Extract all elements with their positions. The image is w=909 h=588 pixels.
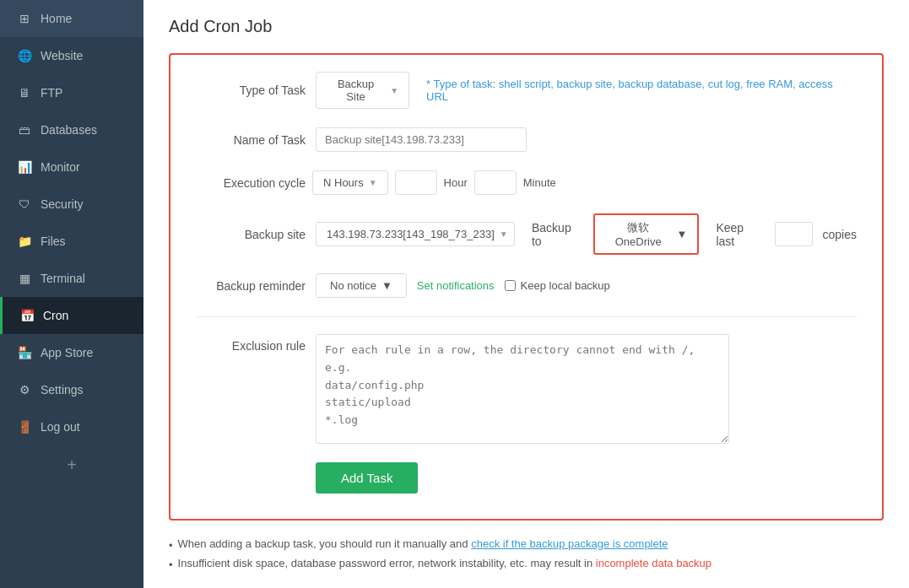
add-button[interactable]: + [0, 445, 143, 485]
sidebar-item-appstore[interactable]: 🏪 App Store [0, 334, 143, 371]
note-2: • Insufficient disk space, database pass… [169, 557, 884, 571]
no-notice-value: No notice [330, 279, 376, 292]
sidebar-item-home[interactable]: ⊞ Home [0, 0, 143, 37]
security-icon: 🛡 [17, 197, 32, 212]
execution-cycle-row: Execution cycle N Hours ▼ 3 Hour 30 Minu… [196, 170, 857, 195]
logout-icon: 🚪 [17, 419, 32, 434]
no-notice-select[interactable]: No notice ▼ [316, 273, 407, 298]
sidebar-item-cron[interactable]: 📅 Cron [0, 297, 143, 334]
sidebar-item-label: Terminal [41, 272, 85, 285]
sidebar-item-monitor[interactable]: 📊 Monitor [0, 148, 143, 186]
note-1: • When adding a backup task, you should … [169, 537, 884, 552]
set-notifications-link[interactable]: Set notifications [417, 279, 495, 292]
keep-last-label: Keep last [716, 221, 764, 248]
ftp-icon: 🖥 [17, 85, 32, 100]
task-type-value: Backup Site [327, 78, 385, 103]
task-type-info: * Type of task: shell script, backup sit… [426, 78, 857, 103]
name-of-task-row: Name of Task [196, 127, 857, 152]
sidebar-item-label: Log out [41, 420, 80, 434]
keep-local-backup-text: Keep local backup [521, 279, 610, 292]
name-of-task-input[interactable] [316, 127, 527, 152]
bullet-icon: • [169, 539, 173, 552]
sidebar-item-label: Files [41, 235, 66, 248]
sidebar-item-label: FTP [41, 86, 62, 100]
note-1-text: When adding a backup task, you should ru… [178, 537, 668, 550]
add-task-button[interactable]: Add Task [316, 462, 418, 494]
copies-input[interactable]: 3 [775, 222, 813, 246]
sidebar-item-label: Settings [41, 383, 84, 396]
copies-label: copies [823, 228, 857, 241]
monitor-icon: 📊 [17, 159, 32, 175]
backup-site-value: 143.198.73.233[143_198_73_233] [327, 228, 495, 240]
sidebar-item-label: Home [41, 12, 72, 25]
sidebar: ⊞ Home 🌐 Website 🖥 FTP 🗃 Databases 📊 Mon… [0, 0, 143, 588]
chevron-down-icon: ▼ [677, 228, 688, 240]
backup-site-row: Backup site 143.198.73.233[143_198_73_23… [196, 213, 857, 255]
sidebar-item-website[interactable]: 🌐 Website [0, 37, 143, 74]
main-content: Add Cron Job Type of Task Backup Site ▼ … [143, 0, 909, 588]
form-divider [196, 316, 857, 317]
page-title: Add Cron Job [169, 17, 884, 36]
onedrive-select[interactable]: 微软OneDrive ▼ [593, 213, 700, 255]
sidebar-item-label: App Store [41, 346, 93, 359]
appstore-icon: 🏪 [17, 345, 32, 360]
exclusion-rule-label: Exclusion rule [196, 339, 306, 353]
exclusion-rule-input[interactable] [316, 334, 729, 444]
minute-input[interactable]: 30 [474, 170, 517, 195]
exclusion-rule-row: Exclusion rule [196, 334, 857, 444]
sidebar-item-label: Website [41, 49, 83, 62]
backup-reminder-row: Backup reminder No notice ▼ Set notifica… [196, 273, 857, 298]
chevron-down-icon: ▼ [390, 86, 398, 95]
website-icon: 🌐 [17, 48, 32, 63]
minute-label: Minute [523, 176, 556, 189]
hour-input[interactable]: 3 [395, 170, 437, 195]
notes-section: • When adding a backup task, you should … [169, 537, 884, 571]
backup-site-select[interactable]: 143.198.73.233[143_198_73_233] ▼ [316, 222, 515, 246]
hour-label: Hour [444, 176, 468, 189]
sidebar-item-ftp[interactable]: 🖥 FTP [0, 74, 143, 111]
add-icon: + [67, 456, 77, 475]
databases-icon: 🗃 [17, 122, 32, 138]
sidebar-item-terminal[interactable]: ▦ Terminal [0, 260, 143, 297]
chevron-down-icon: ▼ [381, 279, 392, 292]
onedrive-value: 微软OneDrive [605, 220, 672, 248]
type-of-task-row: Type of Task Backup Site ▼ * Type of tas… [196, 72, 857, 109]
sidebar-item-security[interactable]: 🛡 Security [0, 186, 143, 223]
sidebar-item-label: Databases [41, 123, 97, 137]
cron-icon: 📅 [19, 308, 35, 323]
backup-to-label: Backup to [532, 221, 583, 248]
note-1-link[interactable]: check if the backup package is complete [471, 537, 668, 550]
sidebar-item-files[interactable]: 📁 Files [0, 223, 143, 260]
keep-local-backup-label[interactable]: Keep local backup [505, 279, 610, 292]
sidebar-item-label: Cron [43, 309, 68, 322]
chevron-down-icon: ▼ [369, 178, 377, 187]
bullet-icon: • [169, 558, 173, 571]
home-icon: ⊞ [17, 11, 32, 26]
backup-reminder-label: Backup reminder [196, 279, 306, 293]
sidebar-item-settings[interactable]: ⚙ Settings [0, 371, 143, 408]
execution-cycle-label: Execution cycle [196, 176, 306, 190]
cycle-value: N Hours [323, 176, 364, 189]
backup-site-label: Backup site [196, 228, 306, 241]
cycle-select[interactable]: N Hours ▼ [312, 170, 388, 195]
sidebar-item-label: Monitor [41, 160, 80, 174]
terminal-icon: ▦ [17, 271, 32, 286]
note-2-text: Insufficient disk space, database passwo… [178, 557, 712, 569]
settings-icon: ⚙ [17, 382, 32, 397]
keep-local-backup-checkbox[interactable] [505, 280, 516, 291]
task-type-select[interactable]: Backup Site ▼ [316, 72, 409, 109]
sidebar-item-label: Security [41, 197, 84, 211]
cron-form: Type of Task Backup Site ▼ * Type of tas… [169, 53, 884, 521]
files-icon: 📁 [17, 234, 32, 249]
chevron-down-icon: ▼ [500, 229, 508, 239]
name-of-task-label: Name of Task [196, 133, 306, 147]
sidebar-item-databases[interactable]: 🗃 Databases [0, 111, 143, 148]
type-of-task-label: Type of Task [196, 84, 306, 97]
sidebar-item-logout[interactable]: 🚪 Log out [0, 408, 143, 445]
